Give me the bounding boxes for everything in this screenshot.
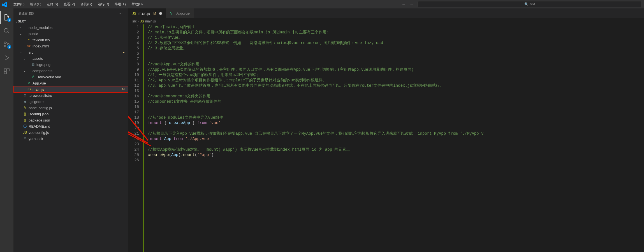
tree-file[interactable]: {}package.json bbox=[13, 117, 128, 123]
config-icon: ⚙ bbox=[22, 93, 27, 97]
menu-item[interactable]: 转到(G) bbox=[78, 0, 95, 8]
menu-item[interactable]: 查看(V) bbox=[61, 0, 78, 8]
menu-item[interactable]: 文件(F) bbox=[11, 0, 27, 8]
tree-folder[interactable]: ⌄public bbox=[13, 31, 128, 37]
line-numbers: 1234567891011121314151617181920212223242… bbox=[128, 24, 143, 252]
tree-item-label: HelloWorld.vue bbox=[36, 75, 125, 79]
activity-scm[interactable]: 1 bbox=[0, 38, 13, 51]
breadcrumb[interactable]: src › JS main.js bbox=[128, 18, 644, 24]
vscode-logo-icon bbox=[2, 2, 7, 7]
tree-file[interactable]: •favicon.ico bbox=[13, 37, 128, 43]
explorer-sidebar: 资源管理器 ··· ⌄ SLXT ›node_modules⌄public•fa… bbox=[13, 8, 128, 252]
json-icon: {} bbox=[22, 118, 27, 122]
js-icon: JS bbox=[26, 87, 31, 91]
menu-item[interactable]: 编辑(E) bbox=[27, 0, 44, 8]
menu-item[interactable]: 运行(R) bbox=[95, 0, 112, 8]
tree-folder[interactable]: ⌄src● bbox=[13, 49, 128, 55]
tree-item-label: logo.png bbox=[36, 63, 125, 67]
git-status: M bbox=[122, 88, 125, 91]
svg-point-3 bbox=[4, 45, 6, 47]
html-icon: <> bbox=[26, 44, 31, 48]
sidebar-more-button[interactable]: ··· bbox=[119, 12, 123, 15]
sidebar-header: 资源管理器 ··· bbox=[13, 8, 128, 18]
js-icon: JS bbox=[140, 19, 144, 23]
svg-rect-6 bbox=[4, 69, 6, 71]
nav-forward-button[interactable]: → bbox=[407, 0, 415, 8]
tree-file[interactable]: JSmain.jsM bbox=[13, 86, 128, 92]
menu-item[interactable]: 帮助(H) bbox=[129, 0, 146, 8]
tree-root[interactable]: ⌄ SLXT bbox=[13, 18, 128, 24]
tree-file[interactable]: ⚙.browserslistrc bbox=[13, 92, 128, 98]
debug-icon bbox=[3, 54, 10, 61]
tree-file[interactable]: {}jsconfig.json bbox=[13, 111, 128, 117]
tree-item-label: index.html bbox=[33, 44, 125, 48]
tree-file[interactable]: JSvue.config.js bbox=[13, 129, 128, 136]
breadcrumb-part: src bbox=[132, 19, 137, 23]
svg-rect-7 bbox=[7, 69, 9, 71]
svg-point-2 bbox=[4, 42, 6, 43]
tree-item-label: App.vue bbox=[33, 81, 125, 85]
chevron-down-icon: ⌄ bbox=[19, 32, 22, 35]
sidebar-title: 资源管理器 bbox=[18, 11, 119, 15]
tree-item-label: favicon.ico bbox=[33, 38, 125, 42]
search-icon bbox=[3, 28, 10, 34]
vue-icon: V bbox=[26, 81, 31, 85]
activity-extensions[interactable] bbox=[0, 65, 13, 78]
dirty-indicator-icon bbox=[159, 12, 162, 15]
nav-back-button[interactable]: ← bbox=[400, 0, 407, 8]
code-editor[interactable]: 1234567891011121314151617181920212223242… bbox=[128, 24, 644, 252]
editor-tabs: JSmain.jsMVApp.vue bbox=[128, 8, 644, 18]
tree-file[interactable]: <>index.html bbox=[13, 43, 128, 49]
explorer-badge: 1 bbox=[7, 18, 11, 22]
file-icon: JS bbox=[132, 12, 137, 15]
activity-debug[interactable] bbox=[0, 51, 13, 65]
tree-folder[interactable]: ›node_modules bbox=[13, 24, 128, 31]
tree-item-label: package.json bbox=[29, 118, 125, 122]
img-icon: ▦ bbox=[30, 63, 35, 67]
vue-icon: V bbox=[30, 75, 35, 79]
tree-file[interactable]: ◆.gitignore bbox=[13, 98, 128, 105]
tree-folder[interactable]: ⌄assets bbox=[13, 55, 128, 61]
svg-rect-8 bbox=[4, 72, 6, 74]
tree-file[interactable]: ⓘREADME.md bbox=[13, 123, 128, 129]
tree-item-label: components bbox=[33, 69, 125, 73]
activity-explorer[interactable]: 1 bbox=[0, 11, 13, 24]
chevron-down-icon: ⌄ bbox=[23, 69, 26, 72]
tree-file[interactable]: ▦logo.png bbox=[13, 61, 128, 68]
editor-tab[interactable]: VApp.vue bbox=[166, 8, 194, 18]
command-center-search[interactable]: 🔍 slxt bbox=[418, 1, 642, 7]
tree-item-label: public bbox=[29, 32, 125, 36]
tab-git-status: M bbox=[153, 12, 156, 15]
json-icon: {} bbox=[22, 112, 27, 116]
search-icon: 🔍 bbox=[524, 2, 529, 6]
svg-point-0 bbox=[4, 28, 8, 32]
chevron-down-icon: ⌄ bbox=[23, 57, 26, 60]
editor-tab[interactable]: JSmain.jsM bbox=[128, 8, 166, 18]
tree-file[interactable]: VApp.vue bbox=[13, 80, 128, 86]
svg-marker-5 bbox=[5, 56, 9, 60]
tree-item-label: main.js bbox=[33, 87, 122, 91]
config-icon: ◆ bbox=[22, 100, 27, 104]
tree-file[interactable]: VHelloWorld.vue bbox=[13, 74, 128, 80]
tree-item-label: .gitignore bbox=[29, 100, 125, 104]
editor-area: JSmain.jsMVApp.vue src › JS main.js 1234… bbox=[128, 8, 644, 252]
menu-item[interactable]: 终端(T) bbox=[112, 0, 128, 8]
tree-file[interactable]: ⚲yarn.lock bbox=[13, 136, 128, 142]
git-status: ● bbox=[123, 51, 125, 54]
tree-folder[interactable]: ⌄components bbox=[13, 68, 128, 74]
code-content[interactable]: // vue中main.js的作用// main.js是项目的入口文件，项目中所… bbox=[144, 24, 644, 252]
tree-item-label: README.md bbox=[29, 124, 125, 129]
menu-item[interactable]: 选择(S) bbox=[44, 0, 61, 8]
tab-label: main.js bbox=[138, 11, 150, 15]
extensions-icon bbox=[3, 68, 10, 75]
js-icon: ✎ bbox=[22, 106, 27, 110]
activity-search[interactable] bbox=[0, 24, 13, 38]
js-icon: JS bbox=[22, 130, 27, 134]
chevron-down-icon: ⌄ bbox=[15, 20, 18, 23]
activitybar: 1 1 bbox=[0, 8, 13, 252]
file-tree: ⌄ SLXT ›node_modules⌄public•favicon.ico<… bbox=[13, 18, 128, 252]
tree-file[interactable]: ✎babel.config.js bbox=[13, 105, 128, 111]
tree-item-label: babel.config.js bbox=[29, 106, 125, 110]
chevron-right-icon: › bbox=[138, 19, 139, 23]
svg-line-1 bbox=[8, 32, 9, 33]
